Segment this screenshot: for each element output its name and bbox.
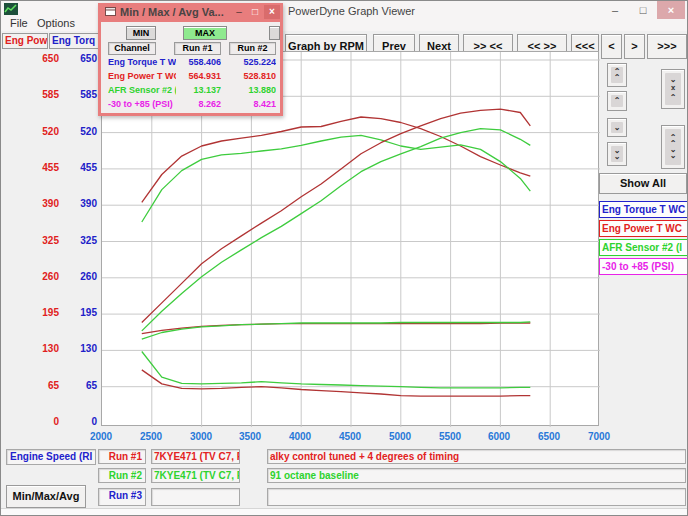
dialog-minimize-button[interactable]: – [231,5,247,19]
close-button[interactable]: × [657,1,685,19]
rpm-xtick-label: 5000 [380,431,420,442]
dialog-channel-name: Eng Torque T WC [108,57,176,67]
maximize-button[interactable]: □ [629,1,657,19]
dialog-run2-value: 525.224 [231,57,276,67]
scale-up-fast-button[interactable]: ⌃⌃ [607,63,627,87]
chevron-icon: ⌃ [670,95,677,101]
torque-ytick-label: 650 [62,53,97,64]
run-file-field-1[interactable]: 7KYE471 (TV C7, Pow [151,449,240,464]
curve-afr-run1-display [142,323,531,334]
torque-ytick-label: 130 [62,343,97,354]
power-ytick-label: 65 [21,380,59,391]
rpm-xtick-label: 3500 [230,431,270,442]
dialog-run1-value: 13.137 [176,85,221,95]
rpm-xtick-label: 4000 [280,431,320,442]
run-file-field-3[interactable] [151,488,240,506]
torque-ytick-label: 520 [62,126,97,137]
minimize-button[interactable]: – [601,1,629,19]
power-ytick-label: 195 [21,307,59,318]
app-icon [4,3,18,15]
power-ytick-label: 585 [21,89,59,100]
legend-item-1[interactable]: Eng Torque T WC [599,201,688,218]
scale-up-button[interactable]: ⌃ [607,91,627,111]
curve-afr-run2-display [142,322,531,339]
dialog-run2-value: 528.810 [231,71,276,81]
dialog-channel-name: -30 to +85 (PSI) [108,99,176,109]
chevron-icon: ⌄ [670,153,677,159]
avg-tab-button-clipped[interactable] [269,26,280,40]
run-comment-field-2[interactable]: 91 octane baseline [267,468,686,483]
scale-down-button[interactable]: ⌄ [607,118,627,137]
expand-y-button[interactable]: ⌃⌃⌄⌄ [661,125,685,169]
run-label-1: Run #1 [98,449,146,464]
run-label-2: Run #2 [98,468,146,483]
curve-boost-run2-display [142,352,531,388]
powerdyne-window: PowerDyne Graph Viewer – □ × File Option… [0,0,688,516]
run-file-field-2[interactable]: 7KYE471 (TV C7, Pow [151,468,240,483]
chevron-icon: ⌃ [614,75,621,81]
dialog-header-run2: Run #2 [229,42,276,55]
dialog-header-run1: Run #1 [174,42,221,55]
max-tab-button[interactable]: MAX [183,26,227,40]
power-ytick-label: 260 [21,271,59,282]
torque-ytick-label: 195 [62,307,97,318]
dialog-channel-name: AFR Sensor #2 (R [108,85,176,95]
rpm-xtick-label: 6000 [479,431,519,442]
rpm-xtick-label: 2000 [81,431,121,442]
menu-options[interactable]: Options [37,17,75,29]
menu-file[interactable]: File [10,17,28,29]
dialog-close-button[interactable]: × [264,5,280,19]
min-max-avg-dialog: Min / Max / Avg Va... – □ × MIN MAX Chan… [98,3,283,116]
chevron-icon: ⌃ [614,98,621,104]
dialog-run2-value: 13.880 [231,85,276,95]
torque-ytick-label: 585 [62,89,97,100]
torque-ytick-label: 390 [62,198,97,209]
dialog-run2-value: 8.421 [231,99,276,109]
min-max-avg-button[interactable]: Min/Max/Avg [6,485,86,508]
window-title: PowerDyne Graph Viewer [288,5,415,17]
power-ytick-label: 325 [21,235,59,246]
rpm-xtick-label: 6500 [529,431,569,442]
run-label-3: Run #3 [98,488,146,506]
show-all-button[interactable]: Show All [599,173,687,194]
curve-boost-run1-display [142,370,531,396]
dialog-run1-value: 564.931 [176,71,221,81]
curve-eng-torque-run2 [142,135,531,222]
min-tab-button[interactable]: MIN [126,26,156,40]
torque-ytick-label: 65 [62,380,97,391]
scroll-left-button[interactable]: < [601,34,622,59]
compress-y-button[interactable]: ⌄⌄⌃⌃ [661,69,685,109]
power-axis-header[interactable]: Eng Pow [2,33,48,49]
scroll-right-button[interactable]: > [624,34,645,59]
power-ytick-label: 130 [21,343,59,354]
power-ytick-label: 455 [21,162,59,173]
power-ytick-label: 0 [21,416,59,427]
scroll-far-right-button[interactable]: >>> [647,34,687,59]
chevron-icon: ⌄ [614,125,621,131]
dialog-window-icon [105,7,116,16]
torque-ytick-label: 455 [62,162,97,173]
torque-ytick-label: 325 [62,235,97,246]
power-ytick-label: 650 [21,53,59,64]
bottom-edge [1,508,687,515]
dialog-title-bar[interactable]: Min / Max / Avg Va... – □ × [98,3,283,22]
dialog-channel-name: Eng Power T WC [108,71,176,81]
rpm-xtick-label: 5500 [430,431,470,442]
torque-axis-header[interactable]: Eng Torq [49,33,99,49]
legend-item-4[interactable]: -30 to +85 (PSI) [599,258,688,275]
run-comment-field-3[interactable] [267,488,686,506]
curve-eng-power-run1 [142,109,531,322]
run-comment-field-1[interactable]: alky control tuned + 4 degrees of timing [267,449,686,464]
scale-down-fast-button[interactable]: ⌄⌄ [607,142,627,166]
chevron-icon: ⌄ [614,154,621,160]
legend-item-2[interactable]: Eng Power T WC [599,220,688,237]
torque-ytick-label: 260 [62,271,97,282]
dialog-maximize-button[interactable]: □ [247,5,263,19]
rpm-xtick-label: 2500 [131,431,171,442]
x-axis-channel-box[interactable]: Engine Speed (RI [6,449,96,465]
legend-item-3[interactable]: AFR Sensor #2 (I [599,239,688,256]
dialog-header-channel: Channel [108,42,156,55]
curve-eng-power-run2 [142,129,531,331]
power-ytick-label: 520 [21,126,59,137]
dialog-run1-value: 558.406 [176,57,221,67]
